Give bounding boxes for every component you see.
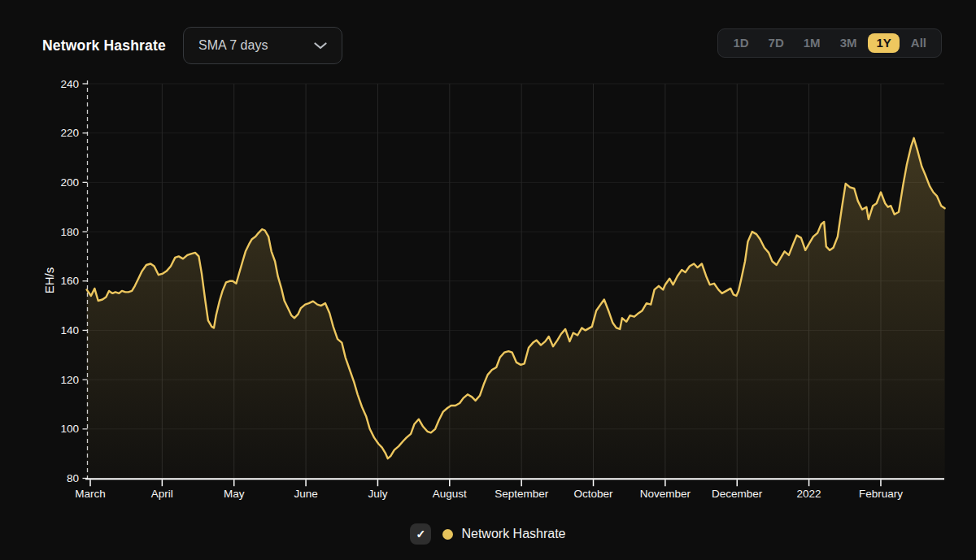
y-axis-title: EH/s (42, 267, 56, 294)
y-axis-label: 120 (60, 374, 79, 386)
y-axis-label: 80 (67, 472, 79, 484)
y-axis-label: 200 (60, 176, 79, 189)
y-axis-label: 100 (60, 423, 79, 435)
legend: ✓ Network Hashrate (0, 523, 976, 545)
checkmark-icon: ✓ (416, 528, 426, 540)
x-axis-label: August (433, 488, 467, 500)
x-axis-label: April (151, 488, 173, 500)
x-axis-label: November (640, 488, 691, 500)
y-axis-label: 180 (60, 226, 79, 238)
range-button-1m[interactable]: 1M (795, 33, 829, 53)
x-axis-label: March (75, 488, 106, 500)
x-axis-label: February (859, 488, 903, 500)
chart-canvas: 80100120140160180200220240MarchAprilMayJ… (0, 0, 976, 560)
y-axis-label: 160 (60, 275, 79, 287)
range-button-group: 1D7D1M3M1YAll (717, 28, 942, 58)
y-axis-label: 220 (60, 127, 79, 139)
range-button-1y[interactable]: 1Y (868, 33, 899, 53)
x-axis-label: July (368, 488, 387, 500)
range-button-3m[interactable]: 3M (832, 33, 865, 53)
x-axis-label: September (495, 488, 549, 500)
sma-select[interactable]: SMA 7 days (183, 27, 342, 64)
y-axis-label: 240 (60, 78, 79, 90)
sma-select-value: SMA 7 days (198, 38, 268, 53)
x-axis-label: June (294, 488, 317, 500)
legend-series-label[interactable]: Network Hashrate (461, 527, 565, 541)
page-title: Network Hashrate (42, 37, 166, 54)
x-axis-label: October (574, 488, 614, 500)
legend-checkbox[interactable]: ✓ (410, 523, 431, 545)
chevron-down-icon (314, 42, 327, 50)
range-button-1d[interactable]: 1D (725, 33, 756, 53)
range-button-all[interactable]: All (903, 33, 935, 53)
range-button-7d[interactable]: 7D (760, 33, 792, 53)
legend-series-dot (442, 529, 453, 540)
x-axis-label: December (712, 488, 763, 500)
hashrate-area (87, 138, 945, 479)
y-axis-label: 140 (60, 324, 79, 336)
x-axis-label: 2022 (797, 488, 821, 500)
x-axis-label: May (224, 488, 245, 500)
